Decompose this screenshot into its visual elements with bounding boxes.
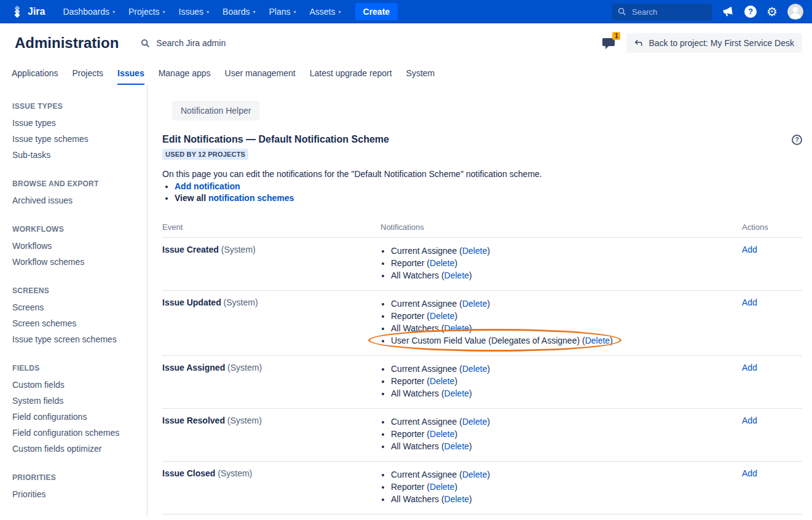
feedback-bubble-icon[interactable]: 1 <box>602 35 615 52</box>
notification-item: All Watchers (Delete) <box>391 440 742 452</box>
nav-item-assets[interactable]: Assets▾ <box>302 7 347 17</box>
nav-item-dashboards[interactable]: Dashboards▾ <box>56 7 122 17</box>
sidebar-item-system-fields[interactable]: System fields <box>12 393 141 409</box>
sidebar-item-screen-schemes[interactable]: Screen schemes <box>12 315 141 331</box>
sidebar-heading-issue-types: ISSUE TYPES <box>12 102 141 111</box>
event-system-label: (System) <box>227 416 262 425</box>
sidebar-section-workflows: WORKFLOWSWorkflowsWorkflow schemes <box>12 225 141 270</box>
tab-latest-upgrade-report[interactable]: Latest upgrade report <box>310 61 392 85</box>
add-link[interactable]: Add <box>742 468 757 478</box>
nav-item-issues[interactable]: Issues▾ <box>172 7 216 17</box>
sidebar-item-field-configuration-schemes[interactable]: Field configuration schemes <box>12 425 141 441</box>
help-question-icon[interactable]: ? <box>792 135 802 145</box>
sidebar-item-priorities[interactable]: Priorities <box>12 486 141 502</box>
notification-schemes-link[interactable]: notification schemes <box>208 193 294 203</box>
event-name: Issue Created <box>162 245 219 254</box>
sidebar-item-custom-fields-optimizer[interactable]: Custom fields optimizer <box>12 441 141 457</box>
event-name: Issue Closed <box>162 468 215 478</box>
sidebar-item-sub-tasks[interactable]: Sub-tasks <box>12 147 141 163</box>
delete-link[interactable]: Delete <box>430 482 454 492</box>
sidebar-item-field-configurations[interactable]: Field configurations <box>12 409 141 425</box>
delete-link[interactable]: Delete <box>462 246 487 256</box>
delete-link[interactable]: Delete <box>444 270 469 280</box>
back-arrow-icon <box>634 39 643 47</box>
tab-system[interactable]: System <box>406 61 435 85</box>
table-row: Issue Updated (System)Current Assignee (… <box>162 291 802 356</box>
tab-applications[interactable]: Applications <box>12 61 58 85</box>
nav-item-plans[interactable]: Plans▾ <box>262 7 302 17</box>
add-link[interactable]: Add <box>742 363 757 372</box>
event-name: Issue Resolved <box>162 416 225 425</box>
delete-link[interactable]: Delete <box>444 494 469 504</box>
delete-link[interactable]: Delete <box>444 388 469 398</box>
content-layout: ISSUE TYPESIssue typesIssue type schemes… <box>0 85 812 516</box>
event-cell: Issue Assigned (System) <box>162 363 380 372</box>
add-link[interactable]: Add <box>742 245 757 254</box>
notification-helper-button[interactable]: Notification Helper <box>172 101 259 120</box>
navbar-search[interactable] <box>612 4 712 20</box>
jira-logo[interactable]: Jira <box>7 6 56 18</box>
notification-item: Current Assignee (Delete) <box>391 363 742 375</box>
user-avatar[interactable] <box>787 4 803 20</box>
event-system-label: (System) <box>227 363 262 372</box>
notification-item: User Custom Field Value (Delegates of As… <box>391 334 742 347</box>
column-header-actions: Actions <box>742 223 802 232</box>
tab-manage-apps[interactable]: Manage apps <box>159 61 211 85</box>
notification-item: All Watchers (Delete) <box>391 493 742 505</box>
sidebar-item-custom-fields[interactable]: Custom fields <box>12 377 141 393</box>
column-header-event: Event <box>162 223 380 232</box>
sidebar-item-archived-issues[interactable]: Archived issues <box>12 192 141 208</box>
settings-gear-icon[interactable]: ⚙ <box>767 6 778 18</box>
sidebar-item-workflows[interactable]: Workflows <box>12 238 141 254</box>
help-icon[interactable]: ? <box>744 6 757 18</box>
create-button[interactable]: Create <box>355 3 398 20</box>
sidebar-item-workflow-schemes[interactable]: Workflow schemes <box>12 254 141 270</box>
delete-link[interactable]: Delete <box>585 336 610 345</box>
delete-link[interactable]: Delete <box>462 417 487 427</box>
notification-item: All Watchers (Delete) <box>391 387 742 400</box>
sidebar-item-issue-type-screen-schemes[interactable]: Issue type screen schemes <box>12 331 141 347</box>
delete-link[interactable]: Delete <box>462 470 487 479</box>
back-to-project-button[interactable]: Back to project: My First Service Desk <box>626 33 802 53</box>
admin-tabbar: ApplicationsProjectsIssuesManage appsUse… <box>0 61 812 85</box>
delete-link[interactable]: Delete <box>444 323 469 333</box>
navbar-menu: Dashboards▾Projects▾Issues▾Boards▾Plans▾… <box>56 7 347 17</box>
delete-link[interactable]: Delete <box>430 429 454 439</box>
sidebar-item-screens[interactable]: Screens <box>12 299 141 315</box>
notification-item: Reporter (Delete) <box>391 428 742 440</box>
event-system-label: (System) <box>224 297 258 307</box>
sidebar-section-priorities: PRIORITIESPriorities <box>12 473 141 502</box>
sidebar-item-issue-types[interactable]: Issue types <box>12 115 141 131</box>
delete-link[interactable]: Delete <box>430 376 454 386</box>
admin-search[interactable] <box>141 37 253 49</box>
delete-link[interactable]: Delete <box>430 258 454 268</box>
brand-name: Jira <box>28 6 45 17</box>
feedback-megaphone-icon[interactable] <box>722 6 735 18</box>
sidebar-section-screens: SCREENSScreensScreen schemesIssue type s… <box>12 286 141 347</box>
add-link[interactable]: Add <box>742 416 757 425</box>
admin-search-input[interactable] <box>155 37 253 49</box>
add-notification-link[interactable]: Add notification <box>175 181 240 191</box>
tab-user-management[interactable]: User management <box>225 61 296 85</box>
delete-link[interactable]: Delete <box>462 299 487 309</box>
tab-projects[interactable]: Projects <box>73 61 104 85</box>
nav-item-boards[interactable]: Boards▾ <box>216 7 262 17</box>
table-row: Issue Assigned (System)Current Assignee … <box>162 356 802 409</box>
notification-item: Reporter (Delete) <box>391 257 742 269</box>
delete-link[interactable]: Delete <box>462 364 487 374</box>
actions-cell: Add <box>742 416 802 425</box>
table-body: Issue Created (System)Current Assignee (… <box>162 238 802 516</box>
section-title: Edit Notifications — Default Notificatio… <box>162 134 389 145</box>
navbar-right: ? ⚙ <box>612 4 803 20</box>
sidebar-item-issue-type-schemes[interactable]: Issue type schemes <box>12 131 141 147</box>
column-header-notifications: Notifications <box>380 223 742 232</box>
table-header-row: Event Notifications Actions <box>162 219 802 238</box>
delete-link[interactable]: Delete <box>444 441 469 451</box>
navbar-search-input[interactable] <box>631 7 704 17</box>
nav-item-projects[interactable]: Projects▾ <box>122 7 172 17</box>
section-title-row: Edit Notifications — Default Notificatio… <box>162 134 802 145</box>
tab-issues[interactable]: Issues <box>117 61 144 85</box>
sidebar-heading-fields: FIELDS <box>12 364 141 372</box>
delete-link[interactable]: Delete <box>430 311 454 321</box>
add-link[interactable]: Add <box>742 297 757 307</box>
